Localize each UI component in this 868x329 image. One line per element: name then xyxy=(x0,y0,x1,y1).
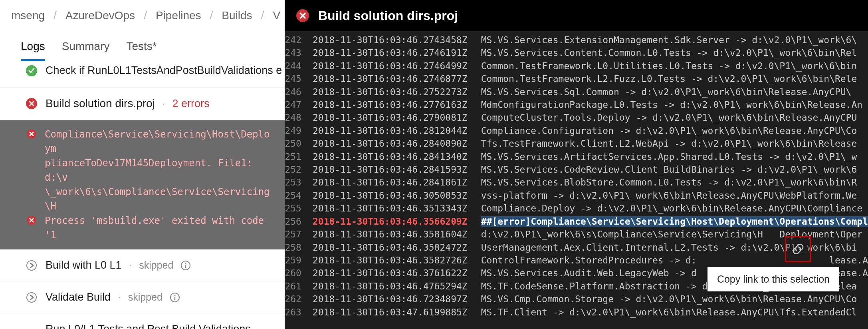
step-title: Build solution dirs.proj xyxy=(46,97,155,110)
timestamp: 2018-11-30T16:03:46.3050853Z xyxy=(313,189,481,202)
line-number: 243 xyxy=(285,46,313,59)
timestamp: 2018-11-30T16:03:47.6199885Z xyxy=(313,306,481,319)
log-line[interactable]: 2622018-11-30T16:03:46.7234897ZMS.VS.Cmp… xyxy=(285,293,868,305)
log-message: MS.VS.Services.ArtifactServices.App.Shar… xyxy=(481,150,857,163)
timestamp: 2018-11-30T16:03:46.7234897Z xyxy=(313,293,481,305)
timestamp: 2018-11-30T16:03:46.2812044Z xyxy=(313,124,481,137)
panel-title: Build solution dirs.proj xyxy=(318,8,458,23)
step-title: Check if RunL0L1TestsAndPostBuildValidat… xyxy=(46,64,282,77)
log-message: Compliance.Deploy -> d:\v2.0\P1\_work\6\… xyxy=(481,202,862,215)
step-row[interactable]: Build with L0 L1 · skipped xyxy=(0,249,285,281)
error-block[interactable]: Compliance\Service\Servicing\Host\Deploy… xyxy=(0,120,285,249)
log-line[interactable]: 2512018-11-30T16:03:46.2841340ZMS.VS.Ser… xyxy=(285,150,868,163)
log-line[interactable]: 2632018-11-30T16:03:47.6199885ZMS.TF.Cli… xyxy=(285,306,868,319)
log-message: Compliance.Configuration -> d:\v2.0\P1\_… xyxy=(481,124,857,137)
tooltip: Copy link to this selection xyxy=(707,267,839,291)
tab-logs[interactable]: Logs xyxy=(21,40,45,61)
log-line[interactable]: 2502018-11-30T16:03:46.2840890ZTfs.TestF… xyxy=(285,137,868,150)
timestamp: 2018-11-30T16:03:46.2841340Z xyxy=(313,150,481,163)
tab-tests[interactable]: Tests* xyxy=(127,40,157,61)
step-row-failed[interactable]: Build solution dirs.proj · 2 errors xyxy=(0,88,285,120)
line-number: 242 xyxy=(285,34,313,46)
info-icon[interactable] xyxy=(180,260,191,271)
line-number: 254 xyxy=(285,189,313,202)
timestamp: 2018-11-30T16:03:46.3582726Z xyxy=(313,254,481,267)
line-number: 251 xyxy=(285,150,313,163)
error-icon xyxy=(26,215,38,225)
timestamp: 2018-11-30T16:03:46.2752273Z xyxy=(313,86,481,98)
breadcrumb-item[interactable]: mseng xyxy=(11,9,45,22)
log-message: MS.VS.Services.Content.Common.L0.Tests -… xyxy=(481,46,857,59)
breadcrumb-item[interactable]: Builds xyxy=(222,9,252,22)
timestamp: 2018-11-30T16:03:46.3513343Z xyxy=(313,202,481,215)
svg-point-8 xyxy=(27,293,36,302)
line-number: 262 xyxy=(285,293,313,305)
line-number: 263 xyxy=(285,306,313,319)
step-row-prev[interactable]: Check if RunL0L1TestsAndPostBuildValidat… xyxy=(0,61,285,88)
timestamp: 2018-11-30T16:03:46.2841861Z xyxy=(313,176,481,189)
chevron-right-icon xyxy=(26,291,38,303)
log-message: ComputeCluster.Tools.Deploy -> d:\v2.0\P… xyxy=(481,111,857,124)
log-message: vss-platform -> d:\v2.0\P1\_work\6\bin\R… xyxy=(481,189,857,202)
breadcrumb: mseng / AzureDevOps / Pipelines / Builds… xyxy=(0,0,285,31)
link-icon xyxy=(791,242,805,256)
log-line[interactable]: 2492018-11-30T16:03:46.2812044ZComplianc… xyxy=(285,124,868,137)
error-icon xyxy=(26,98,38,110)
log-line[interactable]: 2542018-11-30T16:03:46.3050853Zvss-platf… xyxy=(285,189,868,202)
log-line[interactable]: 2582018-11-30T16:03:46.3582472ZUserManag… xyxy=(285,241,868,254)
copy-link-button[interactable] xyxy=(785,236,811,262)
log-message: MS.VS.Cmp.Common.Storage -> d:\v2.0\P1\_… xyxy=(481,293,857,305)
line-number: 245 xyxy=(285,72,313,85)
line-number: 246 xyxy=(285,86,313,98)
log-line[interactable]: 2572018-11-30T16:03:46.3581604Zd:\v2.0\P… xyxy=(285,228,868,241)
log-line[interactable]: 2442018-11-30T16:03:46.2746499ZCommon.Te… xyxy=(285,60,868,72)
log-line[interactable]: 2562018-11-30T16:03:46.3566209Z##[error]… xyxy=(285,215,868,228)
line-number: 255 xyxy=(285,202,313,215)
log-line[interactable]: 2552018-11-30T16:03:46.3513343ZComplianc… xyxy=(285,202,868,215)
breadcrumb-item[interactable]: Pipelines xyxy=(156,9,201,22)
step-title: Validate Build xyxy=(46,291,111,303)
info-icon[interactable] xyxy=(170,292,180,303)
error-text: Compliance\Service\Servicing\Host\Deploy… xyxy=(45,127,273,213)
error-line: Compliance\Service\Servicing\Host\Deploy… xyxy=(26,127,273,213)
line-number: 249 xyxy=(285,124,313,137)
tab-summary[interactable]: Summary xyxy=(62,40,110,61)
breadcrumb-sep: / xyxy=(144,9,147,22)
step-row[interactable]: Validate Build · skipped xyxy=(0,281,285,313)
log-message: MS.TF.Client -> d:\v2.0\P1\_work\6\bin\R… xyxy=(481,306,857,319)
line-number: 257 xyxy=(285,228,313,241)
svg-rect-7 xyxy=(185,265,186,268)
log-line[interactable]: 2532018-11-30T16:03:46.2841861ZMS.VS.Ser… xyxy=(285,176,868,189)
steps-list: Check if RunL0L1TestsAndPostBuildValidat… xyxy=(0,61,285,329)
step-title: Build with L0 L1 xyxy=(46,259,122,271)
timestamp: 2018-11-30T16:03:46.2841593Z xyxy=(313,163,481,176)
timestamp: 2018-11-30T16:03:46.2746877Z xyxy=(313,72,481,85)
log-line[interactable]: 2482018-11-30T16:03:46.2790081ZComputeCl… xyxy=(285,111,868,124)
step-row[interactable]: Run L0/L1 Tests and Post Build Validatio… xyxy=(0,313,285,329)
log-line[interactable]: 2592018-11-30T16:03:46.3582726ZControlFr… xyxy=(285,254,868,267)
log-message: Tfs.TestFramework.Client.L2.WebApi -> d:… xyxy=(481,137,857,150)
svg-point-4 xyxy=(27,261,36,270)
log-line[interactable]: 2432018-11-30T16:03:46.2746191ZMS.VS.Ser… xyxy=(285,46,868,59)
breadcrumb-item[interactable]: V xyxy=(273,9,280,22)
tabs: Logs Summary Tests* xyxy=(0,31,285,61)
log-panel-header: Build solution dirs.proj xyxy=(285,0,868,31)
log-message: MS.VS.Services.CodeReview.Client_BuildBi… xyxy=(481,163,857,176)
error-icon xyxy=(26,129,38,139)
svg-point-10 xyxy=(174,295,175,296)
log-line[interactable]: 2472018-11-30T16:03:46.2776163ZMdmConfig… xyxy=(285,98,868,111)
timestamp: 2018-11-30T16:03:46.2776163Z xyxy=(313,98,481,111)
success-icon xyxy=(26,65,38,77)
log-message: MdmConfigurationPackage.L0.Tests -> d:\v… xyxy=(481,98,862,111)
chevron-right-icon xyxy=(26,259,38,271)
log-line[interactable]: 2462018-11-30T16:03:46.2752273ZMS.VS.Ser… xyxy=(285,86,868,98)
error-icon xyxy=(296,9,309,22)
breadcrumb-item[interactable]: AzureDevOps xyxy=(65,9,135,22)
timestamp: 2018-11-30T16:03:46.3761622Z xyxy=(313,267,481,279)
log-line[interactable]: 2522018-11-30T16:03:46.2841593ZMS.VS.Ser… xyxy=(285,163,868,176)
line-number: 250 xyxy=(285,137,313,150)
dot-sep: · xyxy=(162,98,165,110)
log-line[interactable]: 2452018-11-30T16:03:46.2746877ZCommon.Te… xyxy=(285,72,868,85)
log-message: Common.TestFramework.L0.Utilities.L0.Tes… xyxy=(481,60,857,72)
log-line[interactable]: 2422018-11-30T16:03:46.2743458ZMS.VS.Ser… xyxy=(285,34,868,46)
